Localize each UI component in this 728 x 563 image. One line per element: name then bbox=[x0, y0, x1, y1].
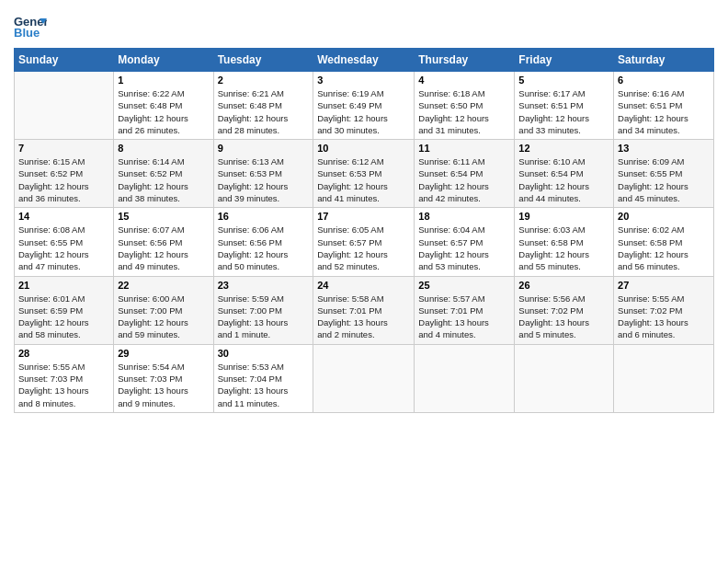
day-info: Sunrise: 6:01 AM Sunset: 6:59 PM Dayligh… bbox=[18, 293, 109, 341]
day-cell bbox=[15, 72, 114, 140]
day-info: Sunrise: 5:53 AM Sunset: 7:04 PM Dayligh… bbox=[218, 361, 310, 409]
day-cell: 17Sunrise: 6:05 AM Sunset: 6:57 PM Dayli… bbox=[313, 208, 415, 276]
day-cell: 22Sunrise: 6:00 AM Sunset: 7:00 PM Dayli… bbox=[114, 276, 213, 344]
day-cell: 10Sunrise: 6:12 AM Sunset: 6:53 PM Dayli… bbox=[313, 140, 415, 208]
day-info: Sunrise: 6:10 AM Sunset: 6:54 PM Dayligh… bbox=[518, 155, 609, 204]
day-number: 11 bbox=[418, 143, 510, 154]
day-cell: 5Sunrise: 6:17 AM Sunset: 6:51 PM Daylig… bbox=[515, 72, 614, 140]
day-cell: 6Sunrise: 6:16 AM Sunset: 6:51 PM Daylig… bbox=[614, 72, 714, 140]
day-info: Sunrise: 6:21 AM Sunset: 6:48 PM Dayligh… bbox=[218, 87, 310, 136]
day-cell: 24Sunrise: 5:58 AM Sunset: 7:01 PM Dayli… bbox=[313, 276, 415, 344]
day-cell: 15Sunrise: 6:07 AM Sunset: 6:56 PM Dayli… bbox=[114, 208, 213, 276]
day-number: 5 bbox=[518, 75, 609, 86]
week-row-3: 14Sunrise: 6:08 AM Sunset: 6:55 PM Dayli… bbox=[15, 208, 714, 276]
day-info: Sunrise: 6:00 AM Sunset: 7:00 PM Dayligh… bbox=[118, 293, 209, 341]
day-cell bbox=[415, 344, 515, 412]
day-info: Sunrise: 6:04 AM Sunset: 6:57 PM Dayligh… bbox=[418, 224, 510, 272]
day-cell: 29Sunrise: 5:54 AM Sunset: 7:03 PM Dayli… bbox=[114, 344, 213, 412]
day-number: 8 bbox=[118, 143, 209, 154]
day-number: 4 bbox=[418, 75, 510, 86]
day-cell: 2Sunrise: 6:21 AM Sunset: 6:48 PM Daylig… bbox=[213, 72, 313, 140]
day-info: Sunrise: 6:02 AM Sunset: 6:58 PM Dayligh… bbox=[618, 224, 710, 272]
day-cell: 12Sunrise: 6:10 AM Sunset: 6:54 PM Dayli… bbox=[515, 140, 614, 208]
logo: General Blue bbox=[14, 9, 47, 42]
day-info: Sunrise: 6:06 AM Sunset: 6:56 PM Dayligh… bbox=[218, 224, 310, 272]
day-cell: 7Sunrise: 6:15 AM Sunset: 6:52 PM Daylig… bbox=[15, 140, 114, 208]
day-info: Sunrise: 6:13 AM Sunset: 6:53 PM Dayligh… bbox=[218, 155, 310, 204]
col-header-saturday: Saturday bbox=[614, 49, 714, 72]
week-row-2: 7Sunrise: 6:15 AM Sunset: 6:52 PM Daylig… bbox=[15, 140, 714, 208]
logo-icon: General Blue bbox=[14, 9, 47, 42]
day-cell: 3Sunrise: 6:19 AM Sunset: 6:49 PM Daylig… bbox=[313, 72, 415, 140]
column-header-row: SundayMondayTuesdayWednesdayThursdayFrid… bbox=[15, 49, 714, 72]
day-number: 3 bbox=[317, 75, 410, 86]
header: General Blue bbox=[14, 9, 714, 42]
col-header-wednesday: Wednesday bbox=[313, 49, 415, 72]
col-header-thursday: Thursday bbox=[415, 49, 515, 72]
day-info: Sunrise: 6:16 AM Sunset: 6:51 PM Dayligh… bbox=[618, 87, 710, 136]
day-cell bbox=[614, 344, 714, 412]
day-info: Sunrise: 5:55 AM Sunset: 7:03 PM Dayligh… bbox=[18, 361, 109, 409]
col-header-sunday: Sunday bbox=[15, 49, 114, 72]
day-info: Sunrise: 5:59 AM Sunset: 7:00 PM Dayligh… bbox=[218, 293, 310, 341]
day-number: 10 bbox=[317, 143, 410, 154]
day-info: Sunrise: 5:56 AM Sunset: 7:02 PM Dayligh… bbox=[518, 293, 609, 341]
day-info: Sunrise: 6:15 AM Sunset: 6:52 PM Dayligh… bbox=[18, 155, 109, 204]
day-cell: 21Sunrise: 6:01 AM Sunset: 6:59 PM Dayli… bbox=[15, 276, 114, 344]
day-cell: 20Sunrise: 6:02 AM Sunset: 6:58 PM Dayli… bbox=[614, 208, 714, 276]
day-number: 20 bbox=[618, 211, 710, 222]
week-row-4: 21Sunrise: 6:01 AM Sunset: 6:59 PM Dayli… bbox=[15, 276, 714, 344]
day-cell: 18Sunrise: 6:04 AM Sunset: 6:57 PM Dayli… bbox=[415, 208, 515, 276]
day-cell: 8Sunrise: 6:14 AM Sunset: 6:52 PM Daylig… bbox=[114, 140, 213, 208]
calendar-body: 1Sunrise: 6:22 AM Sunset: 6:48 PM Daylig… bbox=[15, 72, 714, 413]
day-number: 13 bbox=[618, 143, 710, 154]
page-container: General Blue SundayMondayTuesdayWednesda… bbox=[0, 0, 728, 422]
day-number: 24 bbox=[317, 280, 410, 291]
day-info: Sunrise: 6:19 AM Sunset: 6:49 PM Dayligh… bbox=[317, 87, 410, 136]
day-info: Sunrise: 5:55 AM Sunset: 7:02 PM Dayligh… bbox=[618, 293, 710, 341]
day-cell: 27Sunrise: 5:55 AM Sunset: 7:02 PM Dayli… bbox=[614, 276, 714, 344]
day-info: Sunrise: 6:11 AM Sunset: 6:54 PM Dayligh… bbox=[418, 155, 510, 204]
day-cell: 11Sunrise: 6:11 AM Sunset: 6:54 PM Dayli… bbox=[415, 140, 515, 208]
calendar-table: SundayMondayTuesdayWednesdayThursdayFrid… bbox=[14, 48, 714, 413]
day-cell: 25Sunrise: 5:57 AM Sunset: 7:01 PM Dayli… bbox=[415, 276, 515, 344]
day-number: 22 bbox=[118, 280, 209, 291]
day-number: 1 bbox=[118, 75, 209, 86]
day-info: Sunrise: 6:08 AM Sunset: 6:55 PM Dayligh… bbox=[18, 224, 109, 272]
day-info: Sunrise: 6:09 AM Sunset: 6:55 PM Dayligh… bbox=[618, 155, 710, 204]
week-row-1: 1Sunrise: 6:22 AM Sunset: 6:48 PM Daylig… bbox=[15, 72, 714, 140]
day-number: 17 bbox=[317, 211, 410, 222]
day-number: 15 bbox=[118, 211, 209, 222]
day-cell: 1Sunrise: 6:22 AM Sunset: 6:48 PM Daylig… bbox=[114, 72, 213, 140]
day-number: 26 bbox=[518, 280, 609, 291]
day-cell: 23Sunrise: 5:59 AM Sunset: 7:00 PM Dayli… bbox=[213, 276, 313, 344]
day-number: 28 bbox=[18, 348, 109, 359]
day-cell: 13Sunrise: 6:09 AM Sunset: 6:55 PM Dayli… bbox=[614, 140, 714, 208]
day-cell: 19Sunrise: 6:03 AM Sunset: 6:58 PM Dayli… bbox=[515, 208, 614, 276]
day-cell: 14Sunrise: 6:08 AM Sunset: 6:55 PM Dayli… bbox=[15, 208, 114, 276]
week-row-5: 28Sunrise: 5:55 AM Sunset: 7:03 PM Dayli… bbox=[15, 344, 714, 412]
day-number: 25 bbox=[418, 280, 510, 291]
day-number: 14 bbox=[18, 211, 109, 222]
day-cell bbox=[313, 344, 415, 412]
day-number: 12 bbox=[518, 143, 609, 154]
day-number: 18 bbox=[418, 211, 510, 222]
day-info: Sunrise: 6:03 AM Sunset: 6:58 PM Dayligh… bbox=[518, 224, 609, 272]
day-info: Sunrise: 6:14 AM Sunset: 6:52 PM Dayligh… bbox=[118, 155, 209, 204]
day-number: 30 bbox=[218, 348, 310, 359]
day-info: Sunrise: 5:57 AM Sunset: 7:01 PM Dayligh… bbox=[418, 293, 510, 341]
day-info: Sunrise: 6:07 AM Sunset: 6:56 PM Dayligh… bbox=[118, 224, 209, 272]
day-number: 9 bbox=[218, 143, 310, 154]
day-number: 27 bbox=[618, 280, 710, 291]
day-number: 2 bbox=[218, 75, 310, 86]
day-cell: 9Sunrise: 6:13 AM Sunset: 6:53 PM Daylig… bbox=[213, 140, 313, 208]
day-cell: 28Sunrise: 5:55 AM Sunset: 7:03 PM Dayli… bbox=[15, 344, 114, 412]
day-number: 21 bbox=[18, 280, 109, 291]
day-cell bbox=[515, 344, 614, 412]
day-info: Sunrise: 5:54 AM Sunset: 7:03 PM Dayligh… bbox=[118, 361, 209, 409]
day-cell: 26Sunrise: 5:56 AM Sunset: 7:02 PM Dayli… bbox=[515, 276, 614, 344]
col-header-friday: Friday bbox=[515, 49, 614, 72]
col-header-monday: Monday bbox=[114, 49, 213, 72]
day-info: Sunrise: 6:12 AM Sunset: 6:53 PM Dayligh… bbox=[317, 155, 410, 204]
day-number: 19 bbox=[518, 211, 609, 222]
